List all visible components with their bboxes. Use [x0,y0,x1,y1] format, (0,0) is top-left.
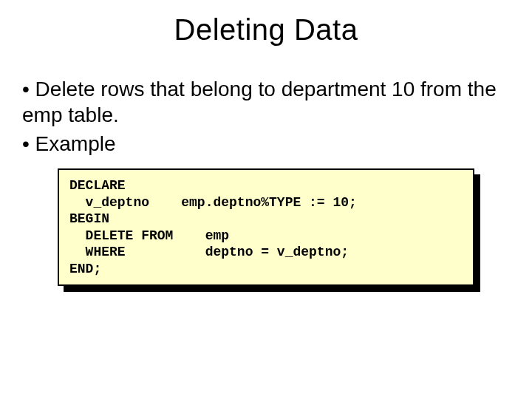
bullet-item: • Example [22,131,510,157]
code-box: DECLARE v_deptno emp.deptno%TYPE := 10; … [58,168,474,286]
bullet-item: • Delete rows that belong to department … [22,76,510,128]
slide-body: • Delete rows that belong to department … [0,76,532,286]
slide-title: Deleting Data [0,13,532,47]
slide: Deleting Data • Delete rows that belong … [0,13,532,399]
code-example: DECLARE v_deptno emp.deptno%TYPE := 10; … [58,168,474,286]
